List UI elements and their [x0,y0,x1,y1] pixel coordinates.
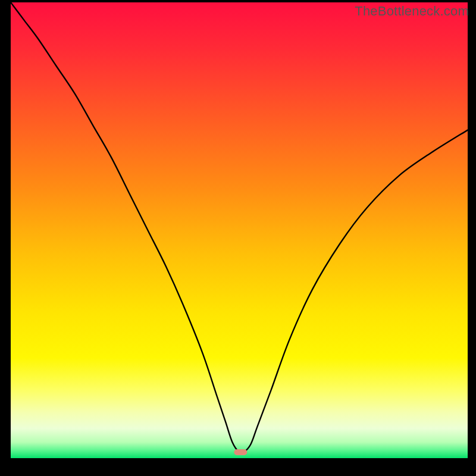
chart-stage: TheBottleneck.com [0,0,476,476]
gradient-background [11,2,468,458]
optimal-marker [234,449,247,455]
bottleneck-chart [0,0,476,476]
watermark-text: TheBottleneck.com [355,4,469,19]
